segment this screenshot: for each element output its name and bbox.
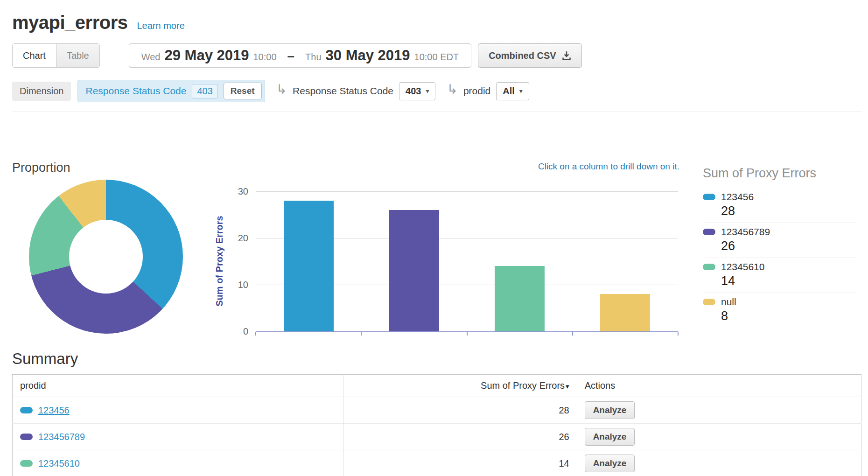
drilldown-arrow-icon: ↳ <box>447 83 457 96</box>
page-title: myapi_errors <box>12 12 127 33</box>
status-code-select[interactable]: 403 ▾ <box>399 82 435 100</box>
start-time: 10:00 <box>253 52 276 63</box>
analyze-button[interactable]: Analyze <box>585 455 635 472</box>
drilldown-response-status-code: ↳ Response Status Code 403 ▾ <box>276 82 436 100</box>
summary-table: prodid Sum of Proxy Errors▾ Actions 1234… <box>12 374 861 476</box>
date-range-separator: – <box>287 49 295 63</box>
chart-table-toggle: Chart Table <box>12 43 100 68</box>
sum-value: 26 <box>343 424 577 450</box>
bar-chart-panel: Click on a column to drill down on it. S… <box>208 161 679 340</box>
sum-value: 28 <box>343 397 577 424</box>
page-header: myapi_errors Learn more <box>12 12 861 33</box>
active-filter-name: Response Status Code <box>85 85 186 97</box>
analyze-button[interactable]: Analyze <box>585 428 635 446</box>
column-header-sum-label: Sum of Proxy Errors <box>481 380 565 391</box>
prodid-link[interactable]: 123456789 <box>38 432 85 442</box>
donut-chart <box>29 180 183 334</box>
chart-tab[interactable]: Chart <box>13 44 56 67</box>
legend-swatch <box>703 229 715 235</box>
legend-value: 14 <box>721 274 856 288</box>
prodid-link[interactable]: 12345610 <box>38 458 80 469</box>
y-axis-label: Sum of Proxy Errors <box>214 191 225 331</box>
download-icon <box>562 51 571 60</box>
prodid-selected-value: All <box>503 86 515 97</box>
drilldown-label: Response Status Code <box>293 85 393 97</box>
legend-swatch <box>703 194 715 200</box>
y-tick-label: 0 <box>227 326 248 337</box>
x-tick <box>467 332 468 336</box>
page: myapi_errors Learn more Chart Table Wed … <box>0 0 868 476</box>
bar-chart: 0102030 <box>256 191 678 331</box>
x-tick <box>361 332 362 336</box>
legend-item: 123456789 26 <box>703 223 856 258</box>
table-header-row: prodid Sum of Proxy Errors▾ Actions <box>13 375 861 397</box>
row-swatch <box>20 460 33 467</box>
legend: Sum of Proxy Errors 123456 28 123456789 … <box>703 161 861 340</box>
column-header-sum[interactable]: Sum of Proxy Errors▾ <box>343 375 577 397</box>
reset-button[interactable]: Reset <box>224 83 262 99</box>
y-tick-label: 30 <box>227 186 248 197</box>
end-day: Thu <box>305 52 321 63</box>
filter-row: Dimension Response Status Code 403 Reset… <box>12 80 861 102</box>
legend-label: 123456 <box>721 191 754 203</box>
y-tick-label: 10 <box>227 280 248 290</box>
legend-value: 28 <box>721 204 856 218</box>
legend-item: null 8 <box>703 293 856 328</box>
start-day: Wed <box>141 52 161 63</box>
sum-value: 14 <box>343 450 577 476</box>
gridline <box>256 191 678 192</box>
drilldown-prodid: ↳ prodid All ▾ <box>447 82 529 100</box>
x-tick <box>255 332 256 336</box>
legend-item: 123456 28 <box>703 188 856 223</box>
divider <box>12 112 861 112</box>
legend-item: 12345610 14 <box>703 258 856 293</box>
prodid-link[interactable]: 123456 <box>38 405 70 416</box>
bar-123456[interactable] <box>284 201 334 331</box>
legend-swatch <box>703 264 715 270</box>
proportion-panel: Proportion <box>12 161 208 340</box>
date-range: Wed 29 May 2019 10:00 – Thu 30 May 2019 … <box>141 47 459 64</box>
column-header-actions: Actions <box>577 375 861 397</box>
row-swatch <box>20 434 33 440</box>
y-tick-label: 20 <box>227 233 248 244</box>
bar-null[interactable] <box>600 294 650 331</box>
legend-swatch <box>703 299 715 305</box>
prodid-select[interactable]: All ▾ <box>496 82 529 100</box>
x-tick <box>572 332 573 336</box>
sort-desc-icon: ▾ <box>566 382 569 390</box>
donut-hole <box>69 220 143 294</box>
date-range-picker[interactable]: Wed 29 May 2019 10:00 – Thu 30 May 2019 … <box>129 43 471 68</box>
legend-value: 8 <box>721 309 856 323</box>
proportion-label: Proportion <box>12 161 208 175</box>
legend-title: Sum of Proxy Errors <box>703 166 856 181</box>
legend-label: 12345610 <box>721 261 764 273</box>
legend-items: 123456 28 123456789 26 12345610 <box>703 188 856 328</box>
legend-value: 26 <box>721 239 856 253</box>
column-header-prodid[interactable]: prodid <box>13 375 343 397</box>
chevron-down-icon: ▾ <box>426 87 429 95</box>
charts-section: Proportion Click on a column to drill do… <box>12 161 861 340</box>
status-code-selected-value: 403 <box>406 86 421 97</box>
table-row: 123456 28 Analyze <box>13 397 861 424</box>
active-filter-chip: Response Status Code 403 Reset <box>77 80 265 102</box>
combined-csv-button[interactable]: Combined CSV <box>478 43 581 68</box>
learn-more-link[interactable]: Learn more <box>137 21 184 31</box>
legend-label: null <box>721 296 736 308</box>
table-tab[interactable]: Table <box>56 44 99 67</box>
row-swatch <box>20 407 33 413</box>
bar-12345610[interactable] <box>495 266 545 331</box>
legend-label: 123456789 <box>721 226 770 238</box>
combined-csv-label: Combined CSV <box>489 50 556 61</box>
drilldown-label: prodid <box>463 85 490 97</box>
table-row: 123456789 26 Analyze <box>13 424 861 450</box>
bar-123456789[interactable] <box>389 210 439 331</box>
active-filter-value: 403 <box>192 84 217 98</box>
drilldown-arrow-icon: ↳ <box>276 83 287 96</box>
start-date: 29 May 2019 <box>164 47 249 64</box>
end-time: 10:00 EDT <box>414 52 459 63</box>
x-tick <box>678 332 679 336</box>
drilldown-hint: Click on a column to drill down on it. <box>538 161 679 172</box>
analyze-button[interactable]: Analyze <box>585 401 635 419</box>
table-row: 12345610 14 Analyze <box>13 450 861 476</box>
toolbar: Chart Table Wed 29 May 2019 10:00 – Thu … <box>12 43 861 68</box>
